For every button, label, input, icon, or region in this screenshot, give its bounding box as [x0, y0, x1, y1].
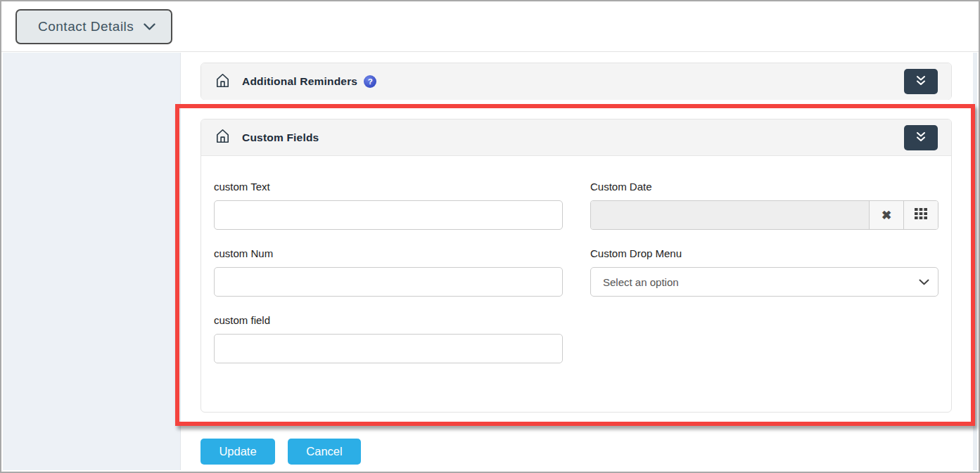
empty-cell	[590, 314, 938, 381]
custom-fields-collapse-button[interactable]	[904, 125, 938, 150]
home-icon	[215, 128, 230, 147]
clear-date-button[interactable]: ✖	[869, 201, 903, 229]
right-background-strip	[973, 53, 977, 470]
custom-drop-menu-label: Custom Drop Menu	[590, 247, 938, 259]
custom-fields-title: Custom Fields	[242, 131, 319, 144]
custom-drop-menu-select-wrap: Select an option	[590, 267, 938, 297]
custom-num-input[interactable]	[214, 267, 563, 297]
home-icon	[215, 72, 230, 91]
custom-field-label: custom field	[214, 314, 563, 326]
custom-field-input[interactable]	[214, 334, 563, 363]
custom-num-label: custom Num	[214, 247, 563, 259]
custom-fields-body: custom Text Custom Date ✖ cust	[201, 156, 951, 381]
additional-reminders-title: Additional Reminders	[242, 75, 357, 88]
app-viewport: Contact Details Additional Reminders ?	[0, 0, 980, 473]
calendar-picker-button[interactable]	[903, 201, 938, 229]
double-chevron-down-icon	[915, 75, 927, 89]
custom-date-field-group: Custom Date ✖	[590, 181, 938, 230]
top-bar: Contact Details	[1, 1, 979, 52]
custom-text-input[interactable]	[214, 200, 563, 230]
double-chevron-down-icon	[915, 131, 927, 145]
custom-field-field-group: custom field	[214, 314, 563, 363]
additional-reminders-header: Additional Reminders ?	[201, 63, 951, 100]
update-button[interactable]: Update	[201, 439, 275, 465]
custom-drop-menu-select[interactable]: Select an option	[590, 267, 938, 297]
cancel-button[interactable]: Cancel	[288, 439, 361, 465]
custom-date-input[interactable]	[591, 201, 869, 229]
custom-fields-panel: Custom Fields custom Text Custom Date ✖	[201, 119, 952, 413]
contact-details-label: Contact Details	[38, 19, 134, 34]
additional-reminders-panel: Additional Reminders ?	[201, 63, 952, 100]
custom-text-label: custom Text	[214, 181, 563, 193]
x-clear-icon: ✖	[882, 208, 891, 223]
custom-num-field-group: custom Num	[214, 247, 563, 297]
custom-fields-header: Custom Fields	[201, 119, 951, 156]
custom-date-input-group: ✖	[590, 200, 938, 230]
help-icon[interactable]: ?	[364, 75, 376, 88]
calendar-grid-icon	[914, 207, 928, 223]
additional-reminders-collapse-button[interactable]	[904, 69, 938, 94]
custom-drop-menu-field-group: Custom Drop Menu Select an option	[590, 247, 938, 297]
custom-text-field-group: custom Text	[214, 181, 563, 230]
contact-details-dropdown-button[interactable]: Contact Details	[15, 9, 172, 44]
chevron-down-icon	[144, 23, 155, 31]
custom-date-label: Custom Date	[590, 181, 938, 193]
left-sidebar	[3, 53, 181, 470]
